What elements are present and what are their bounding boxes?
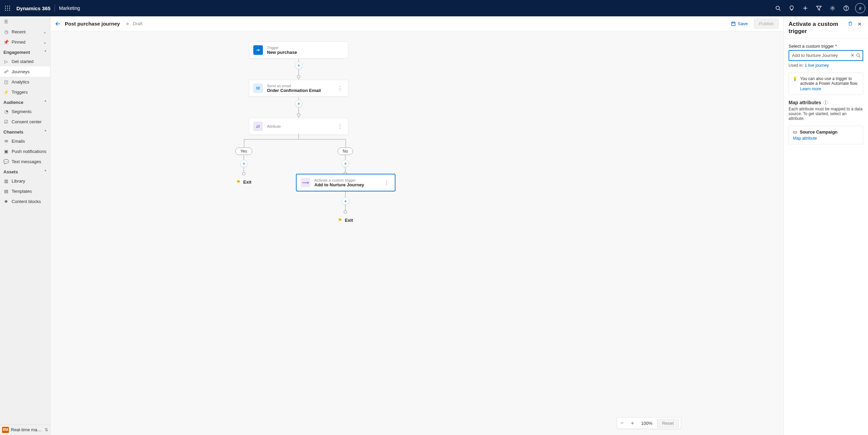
status-label: Draft bbox=[133, 21, 143, 26]
add-step-button[interactable]: ＋ bbox=[295, 62, 302, 69]
sidebar-item-segments[interactable]: ◔Segments bbox=[0, 106, 50, 116]
branch-yes-pill[interactable]: Yes bbox=[235, 147, 252, 155]
attribute-card[interactable]: ▭ Source Campaign Map attribute bbox=[789, 126, 863, 144]
node-title: Add to Nurture Journey bbox=[314, 182, 364, 187]
sidebar-item-emails[interactable]: ✉Emails bbox=[0, 136, 50, 146]
topbar: Dynamics 365 Marketing # bbox=[0, 0, 868, 16]
clear-icon[interactable]: ✕ bbox=[851, 53, 854, 58]
chevron-down-icon: ⌄ bbox=[43, 40, 47, 45]
sidebar-item-label: Consent center bbox=[12, 119, 42, 124]
tip-text: You can also use a trigger to activate a… bbox=[800, 76, 858, 86]
app-launcher-icon[interactable] bbox=[3, 3, 12, 13]
add-step-button[interactable]: ＋ bbox=[342, 197, 349, 205]
attribute-name: Source Campaign bbox=[800, 129, 838, 135]
chevron-up-icon[interactable]: ˄ bbox=[44, 169, 47, 174]
status-dot bbox=[126, 22, 129, 25]
sidebar-item-triggers[interactable]: ⚡Triggers bbox=[0, 87, 50, 97]
canvas[interactable]: Trigger New purchase ＋ ✉ Send an email O… bbox=[50, 31, 783, 435]
svg-point-17 bbox=[846, 9, 846, 10]
tip-box: 💡 You can also use a trigger to activate… bbox=[789, 73, 863, 95]
node-subtitle: Trigger bbox=[267, 46, 297, 50]
help-icon[interactable] bbox=[839, 0, 853, 16]
sidebar-section-label: Assets bbox=[3, 169, 18, 174]
sidebar-item-templates[interactable]: ▤Templates bbox=[0, 186, 50, 196]
close-icon[interactable]: ✕ bbox=[856, 20, 863, 28]
sidebar-item-label: Library bbox=[12, 178, 25, 184]
add-step-button[interactable]: ＋ bbox=[240, 160, 248, 167]
filter-icon[interactable] bbox=[812, 0, 826, 16]
flag-icon: ⚑ bbox=[338, 217, 342, 223]
info-icon[interactable]: i bbox=[823, 100, 828, 105]
sidebar-pinned[interactable]: 📌Pinned⌄ bbox=[0, 37, 50, 47]
svg-point-0 bbox=[5, 6, 6, 7]
chevron-up-icon[interactable]: ˄ bbox=[44, 100, 47, 105]
app-name-label: Marketing bbox=[59, 5, 80, 11]
sidebar-item-label: Segments bbox=[12, 109, 32, 114]
sidebar-recent[interactable]: ◷Recent⌄ bbox=[0, 27, 50, 37]
svg-rect-22 bbox=[849, 22, 852, 26]
page-header: Post purchase journey Draft Save Publish bbox=[50, 16, 783, 31]
sidebar-item-content-blocks[interactable]: ❖Content blocks bbox=[0, 196, 50, 206]
more-icon[interactable]: ⋮ bbox=[383, 180, 391, 186]
connector-endpoint bbox=[242, 172, 245, 175]
map-attribute-link[interactable]: Map attribute bbox=[793, 136, 817, 141]
sidebar-item-get-started[interactable]: ▷Get started bbox=[0, 56, 50, 66]
sidebar-footer[interactable]: RM Real-time marketi... ⇅ bbox=[0, 424, 50, 435]
svg-rect-20 bbox=[732, 22, 734, 23]
sidebar-section-label: Audience bbox=[3, 100, 24, 105]
panel-title: Activate a custom trigger bbox=[789, 20, 844, 35]
more-icon[interactable]: ⋮ bbox=[336, 85, 344, 92]
svg-point-2 bbox=[9, 6, 10, 7]
search-icon[interactable] bbox=[856, 53, 860, 58]
learn-more-link[interactable]: Learn more bbox=[800, 87, 859, 91]
node-attribute[interactable]: ⇄ Attribute ⋮ bbox=[249, 118, 348, 135]
footer-label: Real-time marketi... bbox=[11, 427, 43, 432]
node-title: New purchase bbox=[267, 50, 297, 55]
custom-trigger-icon: ⟿ bbox=[301, 178, 310, 187]
zoom-in-button[interactable]: ＋ bbox=[628, 420, 637, 427]
back-button[interactable] bbox=[55, 21, 61, 27]
svg-rect-19 bbox=[731, 22, 735, 26]
search-icon[interactable] bbox=[771, 0, 785, 16]
add-step-button[interactable]: ＋ bbox=[342, 160, 349, 167]
chevron-updown-icon: ⇅ bbox=[45, 428, 48, 432]
flag-icon: ⚑ bbox=[236, 179, 241, 185]
plus-icon[interactable] bbox=[798, 0, 812, 16]
hamburger-icon[interactable]: ☰ bbox=[0, 16, 50, 27]
divider bbox=[55, 4, 55, 12]
lightbulb-icon[interactable] bbox=[785, 0, 798, 16]
chevron-up-icon[interactable]: ˄ bbox=[44, 129, 47, 135]
more-icon[interactable]: ⋮ bbox=[336, 123, 344, 130]
node-subtitle: Send an email bbox=[267, 84, 321, 88]
sidebar-item-text[interactable]: 💬Text messages bbox=[0, 156, 50, 167]
connector-endpoint bbox=[344, 210, 347, 214]
sidebar-item-journeys[interactable]: ☍Journeys bbox=[0, 66, 50, 77]
save-button[interactable]: Save bbox=[728, 20, 751, 28]
used-in-text: Used in: 1 live journey bbox=[789, 63, 863, 68]
sidebar-item-label: Get started bbox=[12, 59, 33, 64]
branch-no-pill[interactable]: No bbox=[338, 147, 353, 155]
zoom-out-button[interactable]: − bbox=[619, 420, 625, 426]
publish-button[interactable]: Publish bbox=[754, 19, 779, 29]
node-email[interactable]: ✉ Send an email Order Confirmation Email… bbox=[249, 80, 348, 97]
sidebar-item-label: Recent bbox=[12, 29, 26, 34]
sidebar-item-label: Templates bbox=[12, 189, 32, 194]
properties-panel: Activate a custom trigger ✕ Select a cus… bbox=[783, 16, 868, 435]
chevron-up-icon[interactable]: ˄ bbox=[44, 50, 47, 55]
sidebar-item-consent-center[interactable]: ☑Consent center bbox=[0, 116, 50, 127]
sidebar-item-library[interactable]: ▥Library bbox=[0, 176, 50, 186]
branch-line bbox=[244, 139, 346, 140]
used-in-link[interactable]: 1 live journey bbox=[805, 63, 829, 68]
sidebar-item-push[interactable]: ▣Push notifications bbox=[0, 146, 50, 156]
node-trigger[interactable]: Trigger New purchase bbox=[249, 42, 348, 59]
node-custom-trigger[interactable]: ⟿ Activate a custom trigger Add to Nurtu… bbox=[296, 174, 395, 191]
avatar[interactable]: # bbox=[855, 3, 865, 13]
gear-icon[interactable] bbox=[826, 0, 839, 16]
trigger-select-input[interactable]: Add to Nurture Journey ✕ bbox=[789, 50, 863, 61]
reset-button[interactable]: Reset bbox=[657, 419, 679, 428]
save-label: Save bbox=[738, 21, 748, 26]
delete-icon[interactable] bbox=[847, 20, 854, 27]
sidebar-item-analytics[interactable]: ◫Analytics bbox=[0, 77, 50, 87]
svg-point-9 bbox=[776, 6, 779, 10]
add-step-button[interactable]: ＋ bbox=[295, 100, 302, 107]
